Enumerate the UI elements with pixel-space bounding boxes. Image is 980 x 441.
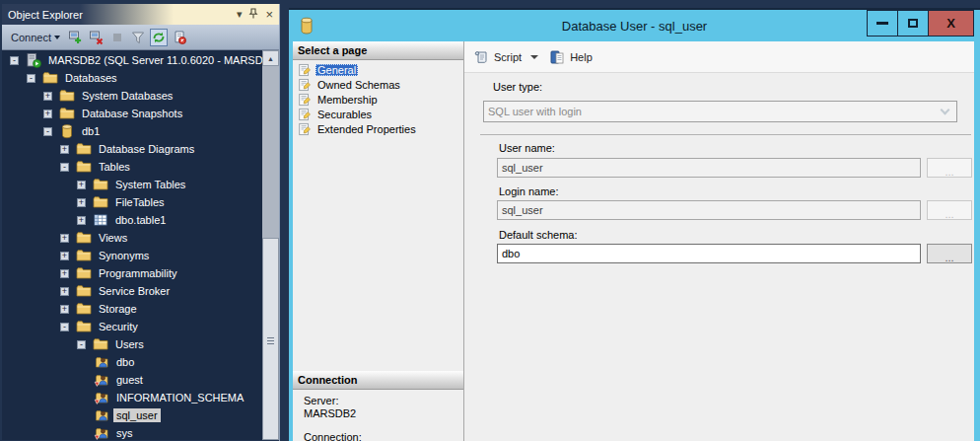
dialog-titlebar[interactable]: Database User - sql_user X: [289, 8, 980, 41]
tree-item-service-broker[interactable]: +Service Broker: [2, 282, 262, 300]
select-a-page-header-label: Select a page: [298, 44, 367, 56]
login-name-input: sql_user: [497, 200, 921, 220]
tree-item-database-snapshots[interactable]: +Database Snapshots: [2, 105, 262, 122]
expand-icon[interactable]: +: [60, 234, 69, 243]
expand-icon[interactable]: +: [77, 216, 86, 225]
tree-item-label: sys: [113, 426, 136, 440]
close-icon[interactable]: ×: [265, 8, 273, 21]
auto-hide-pin-icon[interactable]: [248, 8, 258, 21]
help-button[interactable]: Help: [570, 51, 593, 63]
script-icon: [473, 49, 489, 65]
default-schema-input[interactable]: dbo: [497, 244, 921, 263]
object-explorer-toolbar: Connect: [2, 25, 279, 50]
scrollbar-thumb[interactable]: [262, 238, 279, 440]
tree-item-label: Databases: [62, 71, 120, 85]
connect-label: Connect: [11, 32, 51, 43]
script-error-icon[interactable]: [171, 29, 188, 46]
collapse-icon[interactable]: -: [43, 127, 52, 136]
default-schema-label: Default schema:: [499, 229, 577, 241]
page-item-securables[interactable]: Securables: [293, 107, 463, 121]
user-type-combobox[interactable]: SQL user with login: [483, 101, 957, 122]
object-explorer-title: Object Explorer: [8, 9, 83, 21]
tree-item-filetables[interactable]: +FileTables: [2, 193, 262, 211]
user-disabled-icon: [94, 372, 109, 388]
stop-icon[interactable]: [108, 29, 126, 46]
scroll-up-arrow-icon[interactable]: ▲: [262, 50, 279, 66]
connect-button[interactable]: Connect: [8, 30, 63, 45]
tree-item-label: Database Snapshots: [79, 107, 185, 120]
tree-item-tables[interactable]: -Tables: [2, 158, 262, 176]
database-icon: [59, 123, 75, 139]
expand-icon[interactable]: +: [60, 269, 69, 278]
tree-item-label: db1: [79, 124, 103, 138]
folder-icon: [76, 301, 92, 317]
tree-item-system-tables[interactable]: +System Tables: [2, 176, 262, 193]
collapse-icon[interactable]: -: [60, 163, 69, 172]
tree-item-dbo-table1[interactable]: +dbo.table1: [2, 211, 262, 229]
folder-icon: [59, 88, 75, 104]
refresh-icon[interactable]: [150, 29, 168, 46]
tree-item-system-databases[interactable]: +System Databases: [2, 87, 262, 105]
tree-item-label: System Tables: [112, 178, 188, 191]
user-icon: [94, 354, 109, 370]
tree-item-programmability[interactable]: +Programmability: [2, 264, 262, 282]
page-item-general[interactable]: General: [293, 62, 463, 77]
page-item-extended-properties[interactable]: Extended Properties: [293, 121, 463, 136]
script-button[interactable]: Script: [494, 51, 522, 63]
page-icon: [298, 108, 312, 121]
default-schema-browse-button[interactable]: ...: [927, 244, 972, 263]
folder-icon: [59, 106, 75, 121]
script-dropdown-arrow-icon[interactable]: [530, 55, 538, 59]
collapse-icon[interactable]: -: [27, 74, 35, 83]
close-button[interactable]: X: [928, 10, 974, 37]
connection-header-label: Connection: [298, 374, 358, 386]
expand-icon[interactable]: +: [77, 198, 86, 207]
tree-item-sql-user[interactable]: sql_user: [2, 406, 262, 424]
user-name-label: User name:: [499, 142, 555, 154]
folder-icon: [76, 141, 92, 157]
connection-section-header: Connection: [293, 371, 463, 390]
tree-item-label: sql_user: [113, 408, 161, 422]
collapse-icon[interactable]: -: [10, 56, 19, 65]
tree-item-guest[interactable]: guest: [2, 371, 262, 389]
tree-item-sys[interactable]: sys: [2, 424, 262, 440]
expand-icon[interactable]: +: [43, 110, 52, 118]
collapse-icon[interactable]: -: [60, 323, 69, 331]
tree-item-databases[interactable]: -Databases: [2, 69, 262, 87]
expand-icon[interactable]: +: [60, 287, 69, 296]
expand-icon[interactable]: +: [77, 181, 86, 189]
page-item-membership[interactable]: Membership: [293, 92, 463, 107]
tree-item-information-schema[interactable]: INFORMATION_SCHEMA: [2, 389, 262, 406]
object-explorer-titlebar[interactable]: Object Explorer ▾ ×: [2, 4, 279, 25]
tree-item-security[interactable]: -Security: [2, 318, 262, 335]
page-item-owned-schemas[interactable]: Owned Schemas: [293, 77, 463, 92]
tree-item-db1[interactable]: -db1: [2, 122, 262, 140]
tree-item-label: Views: [96, 231, 130, 245]
tree-item-database-diagrams[interactable]: +Database Diagrams: [2, 140, 262, 158]
page-icon: [298, 122, 312, 136]
select-a-page-panel: Select a page GeneralOwned SchemasMember…: [293, 41, 463, 441]
tree-item-dbo[interactable]: dbo: [2, 353, 262, 371]
tree-vertical-scrollbar[interactable]: ▲: [262, 50, 279, 440]
expand-icon[interactable]: +: [60, 305, 69, 314]
tree-item-synonyms[interactable]: +Synonyms: [2, 247, 262, 264]
maximize-button[interactable]: [897, 10, 929, 37]
minimize-button[interactable]: [867, 10, 898, 37]
tree-item-users[interactable]: -Users: [2, 335, 262, 353]
filter-icon[interactable]: [129, 29, 147, 46]
collapse-icon[interactable]: -: [77, 340, 86, 349]
folder-icon: [93, 177, 108, 192]
expand-icon[interactable]: +: [43, 92, 52, 101]
disconnect-server-icon[interactable]: [88, 29, 105, 46]
maximize-icon: [908, 19, 918, 28]
window-position-icon[interactable]: ▾: [237, 9, 243, 20]
select-a-page-header: Select a page: [293, 41, 463, 60]
expand-icon[interactable]: +: [60, 145, 69, 154]
expand-icon[interactable]: +: [60, 252, 69, 260]
tree-item-marsdb2-sql-server-11-0-6020-marsd[interactable]: -MARSDB2 (SQL Server 11.0.6020 - MARSD: [2, 51, 262, 69]
page-item-label: Securables: [315, 109, 374, 120]
tree-item-storage[interactable]: +Storage: [2, 300, 262, 318]
tree-item-views[interactable]: +Views: [2, 229, 262, 247]
tree-item-label: dbo: [113, 355, 137, 369]
connect-server-icon[interactable]: [67, 29, 85, 46]
